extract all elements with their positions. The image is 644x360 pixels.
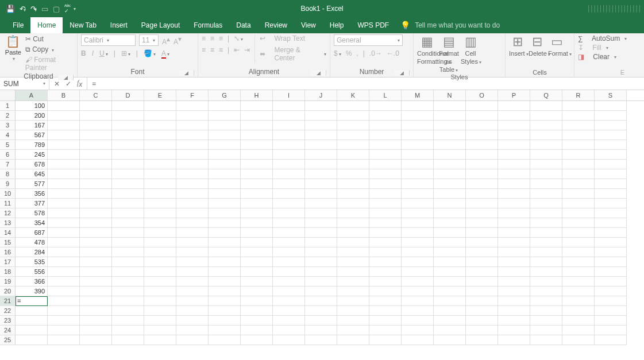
- cell-K11[interactable]: [337, 199, 369, 208]
- cell-O9[interactable]: [466, 179, 498, 189]
- tab-formulas[interactable]: Formulas: [187, 17, 229, 33]
- row-header-14[interactable]: 14: [0, 228, 16, 238]
- align-right-icon[interactable]: ≡: [219, 46, 223, 54]
- cell-I6[interactable]: [273, 150, 305, 160]
- cell-S4[interactable]: [595, 130, 627, 140]
- cell-styles-button[interactable]: ▥Cell Styles▾: [461, 34, 480, 65]
- cell-A17[interactable]: 535: [16, 257, 48, 267]
- cell-O24[interactable]: [466, 326, 498, 335]
- select-all-corner[interactable]: [0, 90, 16, 100]
- cell-N13[interactable]: [434, 218, 466, 228]
- cell-D18[interactable]: [112, 267, 144, 277]
- cell-F25[interactable]: [176, 335, 209, 345]
- cell-S7[interactable]: [595, 160, 627, 169]
- cell-M9[interactable]: [402, 179, 434, 189]
- cell-Q6[interactable]: [530, 150, 562, 160]
- cell-I16[interactable]: [273, 247, 305, 257]
- cell-K15[interactable]: [337, 238, 369, 247]
- cell-B21[interactable]: [48, 296, 80, 306]
- cell-L21[interactable]: [369, 296, 402, 306]
- cell-A14[interactable]: 687: [16, 228, 48, 238]
- cell-K12[interactable]: [337, 208, 369, 218]
- cell-A4[interactable]: 567: [16, 130, 48, 140]
- cell-E7[interactable]: [144, 160, 176, 169]
- cell-L13[interactable]: [369, 218, 402, 228]
- cell-R11[interactable]: [562, 199, 595, 208]
- cell-A21[interactable]: =: [16, 296, 48, 306]
- cell-D21[interactable]: [112, 296, 144, 306]
- align-center-icon[interactable]: ≡: [210, 46, 214, 54]
- cell-P17[interactable]: [498, 257, 530, 267]
- cell-J18[interactable]: [305, 267, 337, 277]
- decrease-indent-icon[interactable]: ⇤: [234, 46, 240, 54]
- paste-button[interactable]: 📋 Paste ▾: [3, 34, 23, 61]
- cell-S22[interactable]: [595, 306, 627, 316]
- cell-P23[interactable]: [498, 316, 530, 326]
- cell-D11[interactable]: [112, 199, 144, 208]
- cell-J12[interactable]: [305, 208, 337, 218]
- row-header-12[interactable]: 12: [0, 208, 16, 218]
- cell-G2[interactable]: [209, 111, 241, 121]
- cell-I11[interactable]: [273, 199, 305, 208]
- cell-A16[interactable]: 284: [16, 247, 48, 257]
- cell-G13[interactable]: [209, 218, 241, 228]
- cell-L16[interactable]: [369, 247, 402, 257]
- cell-H17[interactable]: [241, 257, 273, 267]
- save-icon[interactable]: 💾: [6, 5, 15, 13]
- cell-H1[interactable]: [241, 101, 273, 111]
- formula-input[interactable]: =: [87, 78, 644, 90]
- cell-S14[interactable]: [595, 228, 627, 238]
- conditional-formatting-button[interactable]: ▦Conditional Formatting▾: [417, 34, 437, 65]
- cell-R1[interactable]: [562, 101, 595, 111]
- cell-A3[interactable]: 167: [16, 121, 48, 130]
- row-header-11[interactable]: 11: [0, 199, 16, 208]
- align-middle-icon[interactable]: ≡: [210, 34, 214, 42]
- cell-J16[interactable]: [305, 247, 337, 257]
- cell-P3[interactable]: [498, 121, 530, 130]
- cell-N11[interactable]: [434, 199, 466, 208]
- cell-F14[interactable]: [176, 228, 209, 238]
- cell-A2[interactable]: 200: [16, 111, 48, 121]
- tab-view[interactable]: View: [294, 17, 323, 33]
- cell-P24[interactable]: [498, 326, 530, 335]
- cell-D15[interactable]: [112, 238, 144, 247]
- cell-C9[interactable]: [80, 179, 112, 189]
- cell-E18[interactable]: [144, 267, 176, 277]
- cell-O12[interactable]: [466, 208, 498, 218]
- cell-N23[interactable]: [434, 316, 466, 326]
- autosum-button[interactable]: ∑ AutoSum▾: [578, 34, 627, 42]
- cell-J2[interactable]: [305, 111, 337, 121]
- cell-H8[interactable]: [241, 169, 273, 179]
- cell-O6[interactable]: [466, 150, 498, 160]
- cell-S20[interactable]: [595, 287, 627, 296]
- dialog-launcher-icon[interactable]: ◢: [58, 75, 74, 80]
- cell-H21[interactable]: [241, 296, 273, 306]
- cell-M8[interactable]: [402, 169, 434, 179]
- cell-J23[interactable]: [305, 316, 337, 326]
- cell-K7[interactable]: [337, 160, 369, 169]
- cell-C25[interactable]: [80, 335, 112, 345]
- undo-button[interactable]: ↶▾: [20, 5, 26, 13]
- column-header-S[interactable]: S: [595, 90, 627, 100]
- cell-P4[interactable]: [498, 130, 530, 140]
- cell-G5[interactable]: [209, 140, 241, 150]
- cell-F13[interactable]: [176, 218, 209, 228]
- cell-E9[interactable]: [144, 179, 176, 189]
- cell-C11[interactable]: [80, 199, 112, 208]
- increase-decimal-icon[interactable]: .0→: [369, 49, 382, 57]
- cell-I25[interactable]: [273, 335, 305, 345]
- cell-D3[interactable]: [112, 121, 144, 130]
- cell-F17[interactable]: [176, 257, 209, 267]
- cell-L1[interactable]: [369, 101, 402, 111]
- cell-I23[interactable]: [273, 316, 305, 326]
- cell-Q3[interactable]: [530, 121, 562, 130]
- qat-button-1[interactable]: ▭: [41, 5, 48, 13]
- cell-N22[interactable]: [434, 306, 466, 316]
- column-header-A[interactable]: A: [16, 90, 48, 100]
- cell-L2[interactable]: [369, 111, 402, 121]
- cell-B19[interactable]: [48, 277, 80, 287]
- cell-C24[interactable]: [80, 326, 112, 335]
- cell-J3[interactable]: [305, 121, 337, 130]
- cell-G25[interactable]: [209, 335, 241, 345]
- decrease-font-icon[interactable]: A▾: [173, 35, 182, 46]
